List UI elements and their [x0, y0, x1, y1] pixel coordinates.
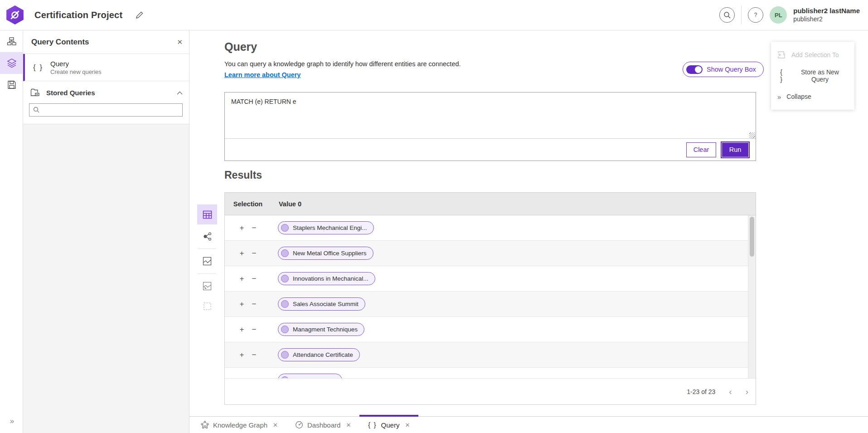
entity-pill[interactable]: Attendance Certificate: [278, 348, 360, 361]
query-item-title: Query: [50, 60, 102, 68]
collapse-label: Collapse: [786, 93, 811, 100]
remove-from-selection-button[interactable]: −: [251, 274, 257, 283]
close-tab-icon[interactable]: ✕: [346, 422, 351, 428]
table-row: + − Innovations in Mechanical...: [225, 266, 756, 292]
selection-column-header: Selection: [225, 200, 271, 208]
resize-handle[interactable]: [749, 132, 755, 138]
table-scrollbar[interactable]: [748, 215, 756, 378]
table-scrollbar-thumb[interactable]: [750, 217, 754, 257]
search-button[interactable]: [719, 7, 735, 23]
remove-from-selection-button[interactable]: −: [251, 375, 257, 378]
stored-queries-search[interactable]: [29, 103, 183, 117]
add-to-selection-button[interactable]: +: [239, 274, 245, 283]
entity-pill[interactable]: New Metal Office Suppliers: [278, 247, 373, 260]
user-avatar[interactable]: PL: [770, 6, 787, 24]
entity-pill[interactable]: Sales Associate Summit: [278, 297, 365, 311]
remove-from-selection-button[interactable]: −: [251, 248, 257, 258]
learn-more-link[interactable]: Learn more about Query: [224, 71, 301, 78]
entity-dot-icon: [281, 376, 289, 378]
store-as-new-query-item[interactable]: { } Store as New Query: [771, 65, 854, 86]
add-to-selection-button[interactable]: +: [239, 223, 245, 233]
add-selection-to-item[interactable]: Add Selection To: [771, 44, 854, 65]
remove-from-selection-button[interactable]: −: [251, 325, 257, 334]
search-icon: [33, 107, 40, 113]
pencil-icon: [135, 11, 144, 19]
clear-button[interactable]: Clear: [686, 142, 716, 157]
results-table: Selection Value 0 + − Staplers Mechanica…: [224, 192, 756, 405]
entity-pill[interactable]: Staplers Mechanical Engi...: [278, 221, 374, 234]
panel-title: Query Contents: [31, 38, 89, 47]
tab-dashboard[interactable]: Dashboard ✕: [286, 417, 359, 433]
user-info[interactable]: publisher2 lastName publisher2: [793, 7, 860, 23]
help-button[interactable]: ?: [748, 7, 763, 23]
model-icon: [7, 37, 16, 46]
entity-dot-icon: [281, 249, 289, 257]
close-tab-icon[interactable]: ✕: [405, 422, 410, 428]
layers-icon: [7, 58, 17, 68]
view-tab-bar: Knowledge Graph ✕ Dashboard ✕ { } Query …: [189, 416, 868, 433]
close-tab-icon[interactable]: ✕: [273, 422, 278, 428]
rail-save-button[interactable]: [0, 74, 23, 96]
map-view-button[interactable]: [197, 251, 217, 271]
folder-icon: [30, 88, 40, 97]
remove-from-selection-button[interactable]: −: [251, 350, 257, 360]
result-view-toolbar: [197, 204, 217, 316]
entity-pill[interactable]: Managment Techniques: [278, 323, 364, 336]
edit-title-button[interactable]: [135, 11, 144, 19]
add-to-selection-button[interactable]: +: [239, 350, 245, 360]
rail-contents-button[interactable]: [0, 52, 23, 74]
entity-dot-icon: [281, 300, 289, 308]
toggle-knob: [695, 66, 702, 73]
query-heading: Query: [224, 40, 257, 54]
entity-dot-icon: [281, 224, 289, 232]
link-chart-view-icon: [203, 232, 212, 241]
run-button[interactable]: Run: [722, 142, 749, 157]
remove-from-selection-button[interactable]: −: [251, 299, 257, 309]
toggle-label: Show Query Box: [707, 66, 756, 73]
expand-rail-button[interactable]: »: [0, 413, 23, 429]
remove-from-selection-button[interactable]: −: [251, 223, 257, 233]
stored-queries-header[interactable]: Stored Queries: [23, 81, 189, 102]
query-item-subtitle: Create new queries: [50, 68, 102, 75]
tab-knowledge-graph[interactable]: Knowledge Graph ✕: [192, 417, 286, 433]
add-to-selection-button[interactable]: +: [239, 325, 245, 334]
question-icon: ?: [752, 11, 759, 19]
user-name: publisher2 lastName: [793, 7, 860, 15]
map-add-view-icon: [203, 282, 212, 291]
stored-queries-search-input[interactable]: [44, 107, 179, 113]
add-to-frame-icon: [777, 51, 786, 59]
previous-page-button[interactable]: ‹: [729, 387, 732, 396]
results-table-header: Selection Value 0: [225, 193, 756, 215]
panel-close-button[interactable]: ✕: [177, 38, 183, 46]
chevron-up-icon: [177, 91, 183, 95]
link-chart-view-button[interactable]: [197, 226, 217, 246]
table-row: + − New Metal Office Suppliers: [225, 241, 756, 266]
next-page-button[interactable]: ›: [746, 387, 748, 396]
add-to-selection-button[interactable]: +: [239, 299, 245, 309]
entity-dot-icon: [281, 351, 289, 359]
braces-icon: { }: [33, 63, 43, 72]
results-table-body: + − Staplers Mechanical Engi... + − New …: [225, 215, 756, 378]
rail-model-button[interactable]: [0, 30, 23, 52]
map-add-view-button[interactable]: [197, 276, 217, 296]
table-row: + − Staplers Mechanical Engi...: [225, 215, 756, 241]
entity-dot-icon: [281, 275, 289, 282]
add-to-selection-button[interactable]: +: [239, 375, 245, 378]
table-view-button[interactable]: [197, 204, 217, 224]
show-query-box-toggle[interactable]: Show Query Box: [683, 62, 764, 77]
topbar-divider: [741, 6, 742, 24]
collapse-item[interactable]: » Collapse: [771, 86, 854, 107]
left-icon-rail: »: [0, 30, 23, 433]
entity-pill[interactable]: Electrical Tick...: [278, 374, 342, 378]
query-code-input[interactable]: MATCH (e) RETURN e: [225, 92, 756, 138]
tab-query[interactable]: { } Query ✕: [359, 417, 418, 433]
add-to-selection-button[interactable]: +: [239, 248, 245, 258]
project-title: Certification Project: [34, 10, 122, 20]
stored-queries-label: Stored Queries: [46, 89, 170, 97]
query-actions-menu: Add Selection To { } Store as New Query …: [771, 42, 854, 110]
store-as-new-query-label: Store as New Query: [792, 68, 848, 83]
entity-pill[interactable]: Innovations in Mechanical...: [278, 272, 375, 285]
selection-view-button[interactable]: [197, 296, 217, 316]
query-list-item[interactable]: { } Query Create new queries: [23, 54, 189, 81]
svg-text:?: ?: [754, 12, 757, 18]
